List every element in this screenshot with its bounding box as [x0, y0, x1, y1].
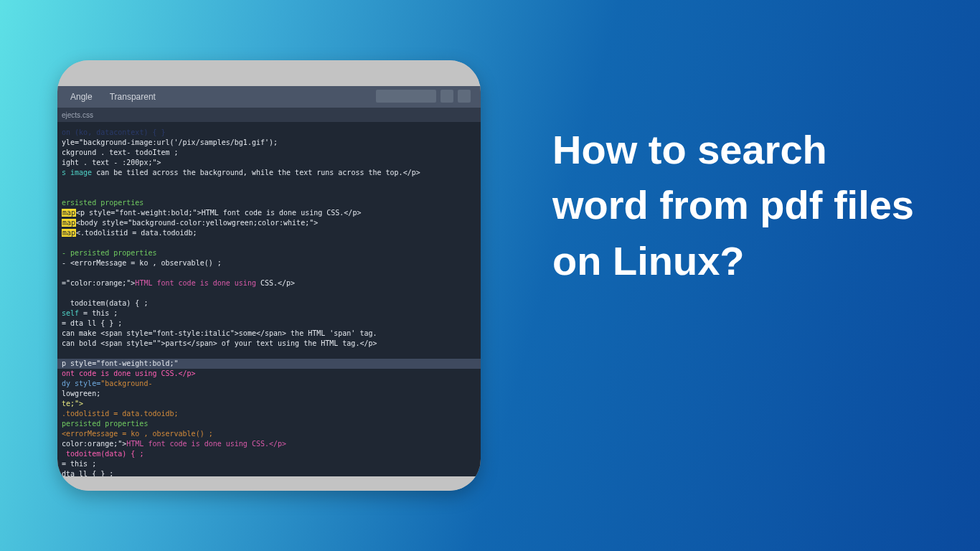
code-line: yle="background-image:url('/pix/samples/…: [62, 138, 481, 148]
code-token: dy style=: [62, 380, 100, 387]
editor-menubar: Angle Transparent: [57, 86, 481, 108]
code-token: ="color:orange;">: [62, 279, 135, 287]
code-line: color:orange;">HTML font code is done us…: [62, 439, 481, 449]
code-token: <.todolistid = data.todoidb;: [76, 229, 197, 237]
code-line: ersisted properties: [62, 198, 481, 208]
code-line: <errorMessage = ko , observable() ;: [62, 429, 481, 439]
code-line: = dta ll { } ;: [62, 319, 481, 329]
code-token: (ko, datacontext) { }: [75, 128, 165, 136]
code-line: ight . text - :200px;">: [62, 158, 481, 168]
code-line: ckground . text- todoItem ;: [62, 148, 481, 158]
menubar-right-controls: [376, 90, 471, 103]
code-line: dta ll { } ;: [62, 469, 481, 476]
code-line: todoitem(data) { ;: [62, 449, 481, 459]
code-line: map<p style="font-weight:bold;">HTML fon…: [62, 208, 481, 218]
code-token: self: [62, 309, 79, 317]
tab-filename[interactable]: ejects.css: [62, 111, 93, 119]
code-token: can be tiled across the background, whil…: [92, 169, 420, 176]
code-line-highlighted: p style="font-weight:bold;": [57, 359, 481, 369]
code-line: can make <span style="font-style:italic"…: [62, 329, 481, 339]
code-token: <p style="font-weight:bold;">HTML font c…: [76, 209, 361, 217]
code-line: map<.todolistid = data.todoidb;: [62, 228, 481, 238]
editor-tabbar: ejects.css: [57, 108, 481, 122]
code-token: HTML font code is done using: [135, 279, 256, 287]
code-line: .todolistid = data.todoidb;: [62, 409, 481, 419]
code-line: lowgreen;: [62, 389, 481, 399]
code-token: = this ;: [79, 309, 118, 317]
code-token: "background-: [100, 380, 152, 387]
code-line: - <errorMessage = ko , observable() ;: [62, 258, 481, 268]
page-title: How to search word from pdf files on Lin…: [552, 122, 925, 288]
code-line: todoitem(data) { ;: [62, 298, 481, 309]
menu-angle[interactable]: Angle: [70, 92, 93, 102]
code-line: ="color:orange;">HTML font code is done …: [62, 278, 481, 288]
code-line: self = this ;: [62, 309, 481, 319]
code-line: persisted properties: [62, 419, 481, 429]
code-line: - persisted properties: [62, 248, 481, 258]
code-line: map<body style="background-color:yellowg…: [62, 218, 481, 228]
window-titlebar: [57, 60, 481, 86]
editor-card: Angle Transparent ejects.css on (ko, dat…: [57, 60, 481, 491]
code-token: color:orange;">: [62, 440, 126, 448]
menu-transparent[interactable]: Transparent: [110, 92, 156, 102]
toolbar-button-2[interactable]: [458, 90, 471, 103]
code-line: s image can be tiled across the backgrou…: [62, 168, 481, 178]
code-token: HTML font code is done using CSS.</p>: [126, 440, 286, 448]
search-input[interactable]: [376, 90, 436, 103]
code-line: [62, 268, 481, 278]
code-line: [62, 238, 481, 248]
window-bottombar: [57, 476, 481, 491]
code-token: todoitem(data) { ;: [66, 450, 143, 458]
code-line: [62, 349, 481, 359]
highlight-match: map: [62, 209, 76, 217]
code-token: <body style="background-color:yellowgree…: [76, 219, 318, 227]
code-line: dy style="background-: [62, 379, 481, 389]
code-editor[interactable]: on (ko, datacontext) { } yle="background…: [57, 122, 481, 476]
code-token: on: [62, 128, 70, 136]
code-token: CSS.</p>: [256, 279, 295, 287]
code-line: [62, 188, 481, 198]
highlight-match: map: [62, 219, 76, 227]
code-line: = this ;: [62, 459, 481, 469]
code-line: [62, 178, 481, 188]
code-line: can bold <span style="">parts</span> of …: [62, 339, 481, 349]
highlight-match: map: [62, 229, 76, 237]
code-line: [62, 288, 481, 298]
code-token: p style="font-weight:bold;": [62, 359, 179, 367]
code-line: ont code is done using CSS.</p>: [62, 369, 481, 379]
code-token: todoitem(data) { ;: [70, 299, 148, 307]
toolbar-button-1[interactable]: [440, 90, 453, 103]
code-token: s image: [62, 169, 92, 176]
code-line: on (ko, datacontext) { }: [62, 128, 481, 138]
code-line: te;">: [62, 399, 481, 409]
